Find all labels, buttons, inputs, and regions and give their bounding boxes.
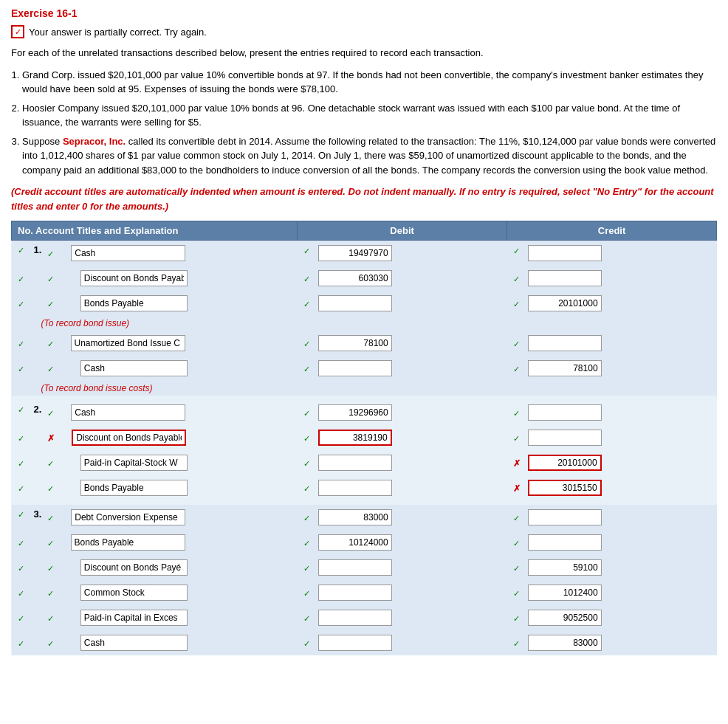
- header-account: No. Account Titles and Explanation: [12, 221, 298, 241]
- partial-correct-banner: ✓ Your answer is partially correct. Try …: [11, 25, 717, 38]
- account-input-3c[interactable]: [80, 559, 188, 576]
- debit-input-3c[interactable]: [318, 559, 392, 576]
- debit-input-3e[interactable]: [318, 610, 392, 626]
- credit-input-2c[interactable]: [528, 455, 602, 471]
- table-row: ✓ ✓ ✓ ✓: [12, 356, 717, 381]
- table-row: ✓ ✓ ✓ ✓: [12, 555, 717, 580]
- credit-input-1a[interactable]: [528, 245, 602, 261]
- account-input-1b[interactable]: [80, 270, 188, 286]
- table-row: ✓ 1. ✓ ✓ ✓: [12, 241, 717, 266]
- debit-input-3b[interactable]: [318, 534, 392, 551]
- table-row: ✓ ✓ ✓ ✗: [12, 450, 717, 475]
- credit-input-2d[interactable]: [528, 480, 602, 496]
- problem-item-3: Suppose Sepracor, Inc. called its conver…: [22, 134, 717, 178]
- exercise-title: Exercise 16-1: [11, 7, 717, 19]
- debit-input-3d[interactable]: [318, 585, 392, 601]
- company-name: Sepracor, Inc.: [63, 136, 126, 147]
- problem-item-2: Hoosier Company issued $20,101,000 par v…: [22, 101, 717, 130]
- account-input-3e[interactable]: [80, 610, 188, 626]
- debit-input-2d[interactable]: [318, 480, 392, 496]
- account-input-2a[interactable]: [71, 404, 185, 421]
- debit-input-1c[interactable]: [318, 295, 392, 311]
- account-input-3a[interactable]: [71, 509, 185, 525]
- debit-input-3a[interactable]: [318, 509, 392, 525]
- debit-input-3f[interactable]: [318, 635, 392, 651]
- credit-input-3b[interactable]: [528, 534, 602, 551]
- account-input-3d[interactable]: [80, 585, 188, 601]
- table-row: ✓ ✗ ✓ ✓: [12, 425, 717, 450]
- partial-check-icon: ✓: [11, 25, 24, 38]
- debit-input-2c[interactable]: [318, 455, 392, 471]
- debit-input-1d[interactable]: [318, 335, 392, 351]
- item3-suffix: called its convertible debt in 2014. Ass…: [22, 136, 715, 176]
- credit-input-1e[interactable]: [528, 360, 602, 376]
- credit-input-2a[interactable]: [528, 404, 602, 421]
- account-input-1d[interactable]: [71, 335, 185, 351]
- table-row: ✓ ✓ ✓ ✗: [12, 475, 717, 500]
- table-row: ✓ 3. ✓ ✓ ✓: [12, 505, 717, 530]
- debit-input-2a[interactable]: [318, 404, 392, 421]
- table-row: ✓ ✓ ✓ ✓: [12, 580, 717, 605]
- note-row-1: (To record bond issue): [12, 316, 717, 331]
- credit-input-1d[interactable]: [528, 335, 602, 351]
- credit-input-3a[interactable]: [528, 509, 602, 525]
- table-row: ✓ ✓ ✓ ✓: [12, 291, 717, 316]
- credit-input-1b[interactable]: [528, 270, 602, 286]
- debit-cell-1a: ✓: [298, 241, 507, 266]
- account-input-2d[interactable]: [80, 480, 188, 496]
- account-input-1e[interactable]: [80, 360, 188, 376]
- account-input-2b[interactable]: [72, 430, 186, 446]
- table-row: ✓ ✓ ✓ ✓: [12, 630, 717, 655]
- instructions-intro: For each of the unrelated transactions d…: [11, 46, 717, 61]
- debit-input-2b[interactable]: [318, 430, 392, 446]
- debit-input-1a[interactable]: [318, 245, 392, 261]
- debit-input-1b[interactable]: [318, 270, 392, 286]
- account-input-3f[interactable]: [80, 635, 188, 651]
- credit-input-1c[interactable]: [528, 295, 602, 311]
- problem-list: Grand Corp. issued $20,101,000 par value…: [22, 68, 717, 178]
- credit-cell-1a: ✓: [507, 241, 717, 266]
- header-credit: Credit: [507, 221, 717, 241]
- partial-message: Your answer is partially correct. Try ag…: [29, 27, 207, 38]
- note-row-1b: (To record bond issue costs): [12, 381, 717, 396]
- credit-input-3e[interactable]: [528, 610, 602, 626]
- table-row: ✓ ✓ ✓ ✓: [12, 530, 717, 555]
- problem-item-1: Grand Corp. issued $20,101,000 par value…: [22, 68, 717, 97]
- table-row: ✓ ✓ ✓ ✓: [12, 331, 717, 356]
- account-input-1a[interactable]: [71, 245, 185, 261]
- credit-input-3f[interactable]: [528, 635, 602, 651]
- credit-note: (Credit account titles are automatically…: [11, 185, 717, 213]
- account-input-2c[interactable]: [80, 455, 188, 471]
- table-row: ✓ ✓ ✓ ✓: [12, 605, 717, 630]
- credit-input-3d[interactable]: [528, 585, 602, 601]
- debit-input-1e[interactable]: [318, 360, 392, 376]
- journal-table: No. Account Titles and Explanation Debit…: [11, 221, 717, 655]
- table-row: ✓ 2. ✓ ✓ ✓: [12, 400, 717, 425]
- row-num-1: ✓ 1. ✓: [12, 241, 298, 266]
- account-input-3b[interactable]: [71, 534, 185, 551]
- table-row: ✓ ✓ ✓ ✓: [12, 266, 717, 291]
- credit-input-2b[interactable]: [528, 430, 602, 446]
- item3-prefix: Suppose: [22, 136, 63, 147]
- header-debit: Debit: [298, 221, 507, 241]
- credit-input-3c[interactable]: [528, 559, 602, 576]
- account-input-1c[interactable]: [80, 295, 188, 311]
